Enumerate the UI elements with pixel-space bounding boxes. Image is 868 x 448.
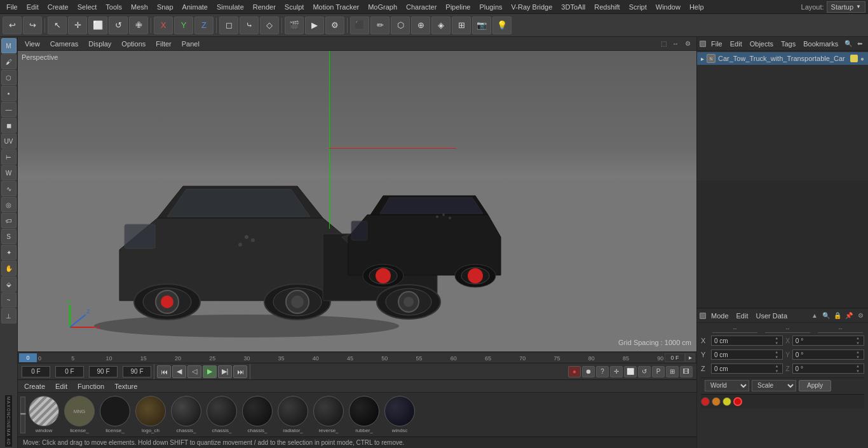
coord-y-rot-field[interactable]: 0 ° ▲ ▼ bbox=[792, 350, 864, 360]
obj-tags-menu[interactable]: Tags bbox=[778, 39, 798, 49]
menu-script[interactable]: Script bbox=[625, 2, 651, 12]
coord-x-pos-field[interactable]: 0 cm ▲ ▼ bbox=[711, 336, 783, 346]
coord-z-rot-field[interactable]: 0 ° ▲ ▼ bbox=[792, 363, 864, 374]
motion-button[interactable]: ✛ bbox=[610, 366, 623, 377]
coord-x-rot-field[interactable]: 0 ° ▲ ▼ bbox=[792, 336, 864, 346]
render-button[interactable]: ▶ bbox=[305, 17, 324, 34]
start-frame-input[interactable] bbox=[55, 366, 84, 377]
obj-edit-menu[interactable]: Edit bbox=[728, 39, 745, 49]
play-reverse-button[interactable]: ◁ bbox=[187, 365, 201, 378]
material-rubber[interactable]: rubber_ bbox=[347, 396, 381, 433]
sidebar-paint-btn[interactable]: 🖌 bbox=[1, 54, 17, 69]
material-reverse[interactable]: reverse_ bbox=[311, 396, 346, 433]
help-button[interactable]: ? bbox=[596, 366, 609, 377]
menu-plugins[interactable]: Plugins bbox=[475, 2, 506, 12]
refresh-button[interactable]: ↺ bbox=[638, 366, 651, 377]
timeline-ruler[interactable]: 0 0 5 10 15 20 25 30 35 40 45 50 55 60 6… bbox=[18, 351, 696, 363]
swatch-orange[interactable] bbox=[712, 397, 721, 406]
viewport-filter-menu[interactable]: Filter bbox=[153, 39, 174, 49]
material-radiator[interactable]: radiator_ bbox=[276, 396, 310, 433]
attr-userdata-menu[interactable]: User Data bbox=[754, 311, 790, 321]
layout-dropdown[interactable]: Startup ▼ bbox=[827, 1, 865, 13]
coord-y-pos-field[interactable]: 0 cm ▲ ▼ bbox=[711, 350, 783, 360]
coord-z-pos-field[interactable]: 0 cm ▲ ▼ bbox=[711, 363, 783, 374]
timeline-track[interactable]: 0 5 10 15 20 25 30 35 40 45 50 55 60 65 … bbox=[37, 353, 663, 362]
attr-pin-icon[interactable]: 📌 bbox=[844, 311, 854, 321]
obj-visibility-icon[interactable]: ● bbox=[860, 55, 864, 62]
transform-tool-button[interactable]: ✙ bbox=[129, 17, 148, 34]
axis-x-button[interactable]: X bbox=[154, 17, 173, 34]
next-frame-button[interactable]: ▶| bbox=[218, 365, 232, 378]
menu-mesh[interactable]: Mesh bbox=[127, 2, 152, 12]
prev-frame-button[interactable]: ◀ bbox=[172, 365, 186, 378]
material-chassis3[interactable]: chassis_ bbox=[240, 396, 275, 433]
apply-button[interactable]: Apply bbox=[799, 380, 831, 391]
attr-settings2-icon[interactable]: ⚙ bbox=[855, 311, 865, 321]
attr-search-icon[interactable]: 🔍 bbox=[821, 311, 831, 321]
scale-tool-button[interactable]: ⬜ bbox=[88, 17, 107, 34]
viewport-display-menu[interactable]: Display bbox=[85, 39, 114, 49]
viewport[interactable]: View Cameras Display Options Filter Pane… bbox=[18, 37, 696, 351]
sidebar-anim-btn[interactable]: S bbox=[1, 229, 17, 244]
grid-button[interactable]: ⊞ bbox=[452, 17, 471, 34]
rotate-tool-button[interactable]: ↺ bbox=[109, 17, 128, 34]
sidebar-smooth-btn[interactable]: ~ bbox=[1, 292, 17, 308]
viewport-maximize-icon[interactable]: ⬚ bbox=[658, 39, 668, 49]
material-chassis2[interactable]: chassis_ bbox=[205, 396, 239, 433]
viewport-panel-menu[interactable]: Panel bbox=[179, 39, 203, 49]
menu-mograph[interactable]: MoGraph bbox=[364, 2, 401, 12]
render-preview-button[interactable]: 🎞 bbox=[680, 366, 693, 377]
end-frame-input[interactable] bbox=[89, 366, 118, 377]
menu-character[interactable]: Character bbox=[402, 2, 440, 12]
viewport-cameras-menu[interactable]: Cameras bbox=[47, 39, 82, 49]
sidebar-magnet-btn[interactable]: ⬙ bbox=[1, 276, 17, 292]
menu-sculpt[interactable]: Sculpt bbox=[281, 2, 308, 12]
timeline-frame-end-btn[interactable]: ▸ bbox=[685, 353, 695, 362]
record-button[interactable]: ● bbox=[568, 366, 581, 377]
scale-select[interactable]: Scale Size bbox=[752, 380, 796, 391]
y-rot-dn[interactable]: ▼ bbox=[856, 355, 861, 360]
y-pos-dn[interactable]: ▼ bbox=[775, 355, 780, 360]
menu-edit[interactable]: Edit bbox=[23, 2, 43, 12]
menu-create[interactable]: Create bbox=[44, 2, 72, 12]
sidebar-uv-btn[interactable]: UV bbox=[1, 133, 17, 149]
attr-lock-icon[interactable]: 🔒 bbox=[832, 311, 843, 321]
sidebar-fx-btn[interactable]: ✦ bbox=[1, 245, 17, 260]
axis-y-button[interactable]: Y bbox=[174, 17, 193, 34]
swatch-red[interactable] bbox=[701, 397, 710, 406]
sidebar-morph-btn[interactable]: ∿ bbox=[1, 181, 17, 196]
obj-objects-menu[interactable]: Objects bbox=[747, 39, 776, 49]
sidebar-grab-btn[interactable]: ✋ bbox=[1, 261, 17, 276]
attr-arrow-icon[interactable]: ▲ bbox=[810, 311, 820, 321]
sidebar-face-btn[interactable]: ◼ bbox=[1, 118, 17, 133]
menu-pipeline[interactable]: Pipeline bbox=[442, 2, 474, 12]
x-rot-up[interactable]: ▲ bbox=[856, 336, 861, 341]
z-rot-dn[interactable]: ▼ bbox=[856, 369, 861, 374]
obj-search-icon[interactable]: 🔍 bbox=[843, 39, 853, 49]
viewport-settings-icon[interactable]: ⚙ bbox=[682, 39, 693, 49]
layer-button[interactable]: ⬜ bbox=[624, 366, 637, 377]
obj-row-car-tow-truck[interactable]: ▸ N Car_Tow_Truck_with_Transportable_Car… bbox=[697, 52, 868, 65]
spline-button[interactable]: ⤷ bbox=[240, 17, 259, 34]
menu-select[interactable]: Select bbox=[74, 2, 101, 12]
menu-render[interactable]: Render bbox=[249, 2, 280, 12]
sidebar-proj-btn[interactable]: ⊥ bbox=[1, 308, 17, 323]
undo-button[interactable]: ↩ bbox=[3, 17, 22, 34]
sidebar-poly-btn[interactable]: ⬡ bbox=[1, 70, 17, 85]
render-view-button[interactable]: 🎬 bbox=[285, 17, 304, 34]
grid-transport-button[interactable]: ⊞ bbox=[666, 366, 679, 377]
go-end-button[interactable]: ⏭ bbox=[233, 365, 247, 378]
obj-file-menu[interactable]: File bbox=[709, 39, 725, 49]
auto-key-button[interactable]: ⏺ bbox=[582, 366, 595, 377]
menu-simulate[interactable]: Simulate bbox=[213, 2, 248, 12]
deformer-button[interactable]: ◇ bbox=[260, 17, 279, 34]
swatch-yellow[interactable] bbox=[722, 397, 731, 406]
play-button[interactable]: ▶ bbox=[203, 365, 217, 378]
x-pos-dn[interactable]: ▼ bbox=[775, 341, 780, 346]
world-select[interactable]: World Object bbox=[705, 380, 749, 391]
swatch-red2[interactable] bbox=[733, 397, 742, 406]
go-start-button[interactable]: ⏮ bbox=[157, 365, 171, 378]
mat-create-menu[interactable]: Create bbox=[22, 381, 48, 391]
light-button[interactable]: 💡 bbox=[492, 17, 512, 34]
z-rot-up[interactable]: ▲ bbox=[856, 363, 861, 369]
